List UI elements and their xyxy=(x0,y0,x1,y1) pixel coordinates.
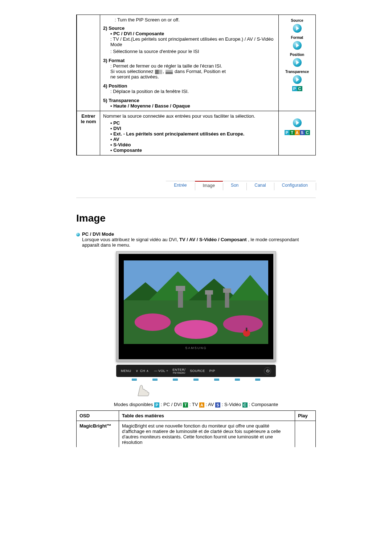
modes-prefix: Modes disponibles xyxy=(114,402,154,407)
svg-point-6 xyxy=(135,313,171,331)
section-divider xyxy=(76,198,316,198)
row2-play-icon[interactable] xyxy=(293,118,302,127)
format-line2b: dans Format, Position et xyxy=(175,69,226,74)
row2-icons: PTASC xyxy=(279,111,316,155)
mode-badge-a3: A xyxy=(199,402,204,408)
mode-badge-p2: P xyxy=(285,130,290,135)
pip-intro: : Turn the PIP Screen on or off. xyxy=(115,17,275,23)
svg-point-8 xyxy=(223,315,263,333)
led-icon xyxy=(255,378,260,381)
monitor-brand: SAMSUNG xyxy=(124,346,268,350)
spec-table-2: OSD Table des matières Play MagicBright™… xyxy=(76,410,316,447)
ctrl-source[interactable]: SOURCE xyxy=(190,369,205,373)
r1-play xyxy=(295,421,316,447)
row1-content: : Turn the PIP Screen on or off. 2) Sour… xyxy=(100,15,279,111)
modes-sv: : S-Vidéo xyxy=(220,402,242,407)
section-subhead: PC / DVI Mode xyxy=(82,231,316,237)
section-intro-a: Lorsque vous attribuez le signal vidéo a… xyxy=(82,237,179,242)
tab-image[interactable]: Image xyxy=(195,181,223,190)
mode-badge-p3: P xyxy=(154,402,159,408)
led-icon xyxy=(193,378,199,381)
ctrl-ch[interactable]: ∨ CH ∧ xyxy=(136,369,150,373)
transp-bullet: Haute / Moyenne / Basse / Opaque xyxy=(110,103,190,109)
position-icon-label: Position xyxy=(290,53,304,57)
monitor-illustration: SAMSUNG MENU ∨ CH ∧ — VOL + ENTER/ FM RA… xyxy=(116,251,276,397)
row2-av: AV xyxy=(110,137,119,142)
modes-pc: : PC / DVI xyxy=(159,402,183,407)
indicator-row xyxy=(116,378,276,381)
source-play-icon[interactable] xyxy=(293,24,302,33)
r1-text: MagicBright est une nouvelle fonction du… xyxy=(119,421,295,447)
source-line2: : Sélectionne la source d'entrée pour le… xyxy=(110,49,275,54)
led-icon xyxy=(132,378,137,381)
svg-rect-12 xyxy=(205,290,213,295)
row2-mode-badges: PTASC xyxy=(285,130,310,135)
ctrl-pip[interactable]: PIP xyxy=(209,369,215,373)
position-line: : Déplace la position de la fenêtre ISI. xyxy=(110,89,275,94)
spec-table-1: : Turn the PIP Screen on or off. 2) Sour… xyxy=(77,15,316,155)
section-title: Image xyxy=(76,212,316,224)
led-icon xyxy=(235,378,240,381)
power-icon[interactable]: ⏻ xyxy=(264,367,271,374)
led-icon xyxy=(173,378,178,381)
mode-badge-t3: T xyxy=(183,402,188,408)
svg-rect-9 xyxy=(178,289,183,308)
svg-rect-13 xyxy=(225,291,229,308)
mode-badge-s2: S xyxy=(300,130,305,135)
row1-mode-badges: PC xyxy=(292,86,302,91)
row1-icons: Source Format Position Transparence PC xyxy=(279,15,316,111)
row2-dvi: DVI xyxy=(110,126,121,131)
tab-config[interactable]: Configuration xyxy=(274,181,316,190)
format-icon-a xyxy=(155,70,162,74)
tab-canal[interactable]: Canal xyxy=(246,181,274,190)
mode-badge-c: C xyxy=(297,86,302,91)
format-line2: Si vous sélectionnez , dans Format, Posi… xyxy=(110,69,275,74)
ctrl-menu[interactable]: MENU xyxy=(121,369,131,373)
row2-ext: Ext. - Les péritels sont principalement … xyxy=(110,131,244,137)
source-title: 2) Source xyxy=(103,25,124,31)
mode-badge-c3: C xyxy=(242,402,248,408)
r1-osd: MagicBright™ xyxy=(77,421,119,447)
svg-rect-14 xyxy=(223,288,231,293)
ctrl-vol[interactable]: — VOL + xyxy=(154,369,168,373)
svg-rect-16 xyxy=(246,328,247,331)
modes-available: Modes disponibles P : PC / DVI T : TV A … xyxy=(76,402,316,408)
row1-label xyxy=(77,15,100,111)
format-line2a: Si vous sélectionnez xyxy=(110,69,155,74)
th-toc: Table des matières xyxy=(119,410,295,421)
garden-image xyxy=(124,260,268,344)
hand-icon xyxy=(131,382,152,397)
format-play-icon[interactable] xyxy=(293,41,302,50)
led-icon xyxy=(214,378,219,381)
modes-av: : AV xyxy=(204,402,215,407)
transp-title: 5) Transparence xyxy=(103,98,139,103)
svg-point-7 xyxy=(174,320,217,339)
mode-badge-a2: A xyxy=(295,130,300,135)
ctrl-enter[interactable]: ENTER/ FM RADIO xyxy=(172,368,185,374)
mode-badge-p: P xyxy=(292,86,297,91)
led-icon xyxy=(152,378,158,381)
tab-son[interactable]: Son xyxy=(223,181,246,190)
section-intro: Lorsque vous attribuez le signal vidéo a… xyxy=(82,237,316,248)
position-title: 4) Position xyxy=(103,83,127,89)
format-title: 3) Format xyxy=(103,58,124,63)
mode-badge-t2: T xyxy=(290,130,295,135)
monitor-controls: MENU ∨ CH ∧ — VOL + ENTER/ FM RADIO SOUR… xyxy=(116,365,276,377)
th-play: Play xyxy=(295,410,316,421)
tabs: Entrée Image Son Canal Configuration xyxy=(76,181,316,190)
row2-content: Nommer la source connectée aux entrées p… xyxy=(100,111,279,155)
position-play-icon[interactable] xyxy=(293,58,302,67)
tab-entree[interactable]: Entrée xyxy=(166,181,195,190)
svg-rect-10 xyxy=(176,286,185,291)
source-line1: : TV / Ext.(Les péritels sont principale… xyxy=(110,36,275,47)
section-sub: PC / DVI Mode Lorsque vous attribuez le … xyxy=(76,231,316,248)
monitor-screen xyxy=(124,260,268,344)
transparence-play-icon[interactable] xyxy=(293,75,302,84)
svg-rect-11 xyxy=(207,293,211,308)
mode-badge-c2: C xyxy=(305,130,310,135)
th-osd: OSD xyxy=(77,410,119,421)
row2-composante: Composante xyxy=(110,147,142,153)
format-line1: : Permet de fermer ou de régler la taill… xyxy=(110,63,275,69)
modes-co: : Composante xyxy=(248,402,278,407)
row2-label-l1: Entrer xyxy=(81,113,95,119)
